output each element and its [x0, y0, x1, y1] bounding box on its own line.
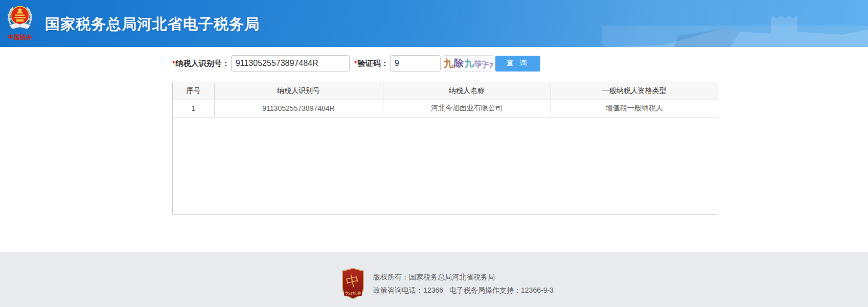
- cell-taxpayer-id: 91130525573897484R: [214, 100, 383, 117]
- great-wall-decoration: [602, 0, 868, 47]
- results-table-container: 序号 纳税人识别号 纳税人名称 一般纳税人资格类型 1 911305255738…: [172, 82, 718, 215]
- main-content: *纳税人识别号： *验证码： 九 除 九 等于? 查 询 序号 纳税人识别号 纳…: [0, 55, 868, 252]
- captcha-char: 九: [463, 57, 474, 70]
- copyright-line: 版权所有：国家税务总局河北省税务局: [373, 270, 554, 284]
- table-row: 1 91130525573897484R 河北今旭面业有限公司 增值税一般纳税人: [173, 100, 718, 117]
- cell-index: 1: [173, 100, 214, 117]
- footer: 中 党政机关 版权所有：国家税务总局河北省税务局 政策咨询电话：12366电子税…: [0, 252, 868, 307]
- taxpayer-id-input[interactable]: [231, 55, 350, 72]
- national-emblem-icon: [6, 3, 34, 33]
- required-marker: *: [354, 59, 357, 67]
- tax-emblem-logo: 中国税务: [5, 3, 35, 42]
- col-header-taxpayer-id: 纳税人识别号: [214, 82, 383, 100]
- results-table: 序号 纳税人识别号 纳税人名称 一般纳税人资格类型 1 911305255738…: [173, 82, 718, 117]
- col-header-taxpayer-name: 纳税人名称: [383, 82, 551, 100]
- required-marker: *: [172, 59, 175, 67]
- badge-text: 党政机关: [345, 291, 361, 296]
- captcha-input[interactable]: [390, 55, 441, 72]
- captcha-char: 等于?: [473, 59, 493, 71]
- government-badge-icon: 中 党政机关: [341, 268, 365, 299]
- captcha-char: 九: [444, 56, 454, 70]
- col-header-qualification-type: 一般纳税人资格类型: [551, 82, 718, 100]
- header: 中国税务 国家税务总局河北省电子税务局: [0, 0, 868, 47]
- captcha-image[interactable]: 九 除 九 等于?: [444, 55, 493, 72]
- taxpayer-id-label: *纳税人识别号：: [172, 59, 230, 68]
- table-header-row: 序号 纳税人识别号 纳税人名称 一般纳税人资格类型: [173, 82, 718, 100]
- cell-qualification-type: 增值税一般纳税人: [551, 100, 718, 117]
- logo-caption: 中国税务: [5, 33, 35, 42]
- query-button[interactable]: 查 询: [495, 56, 540, 72]
- site-title: 国家税务总局河北省电子税务局: [45, 14, 260, 35]
- col-header-index: 序号: [173, 82, 214, 100]
- query-form: *纳税人识别号： *验证码： 九 除 九 等于? 查 询: [172, 55, 868, 72]
- cell-taxpayer-name: 河北今旭面业有限公司: [383, 100, 551, 117]
- captcha-char: 除: [453, 57, 464, 70]
- captcha-label: *验证码：: [354, 59, 389, 68]
- support-line: 政策咨询电话：12366电子税务局操作支持：12366-9-3: [373, 284, 554, 297]
